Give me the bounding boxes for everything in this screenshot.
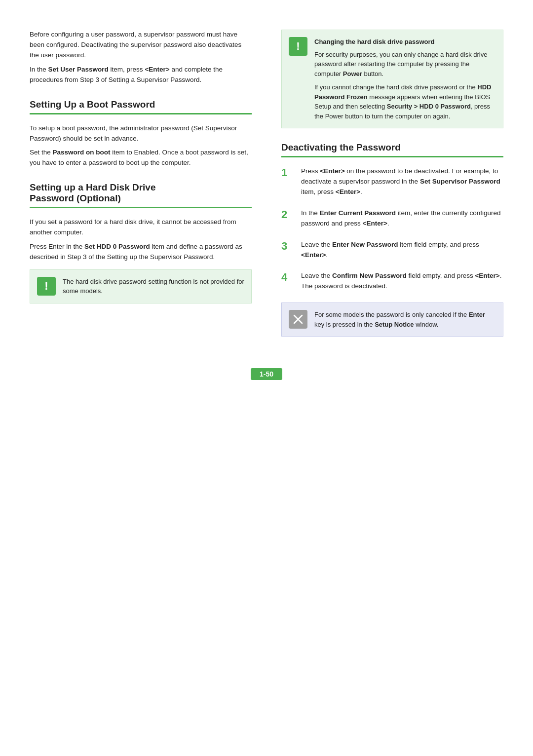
page-footer: 1-50 bbox=[30, 368, 503, 380]
step-1: 1 Press <Enter> on the password to be de… bbox=[281, 166, 503, 197]
deactivate-note-icon bbox=[289, 310, 307, 329]
deactivate-note-box: For some models the password is only can… bbox=[281, 302, 503, 337]
step-3: 3 Leave the Enter New Password item fiel… bbox=[281, 240, 503, 261]
right-column: ! Changing the hard disk drive password … bbox=[276, 30, 503, 343]
step-1-number: 1 bbox=[281, 166, 295, 179]
hdd-change-warning-icon: ! bbox=[289, 37, 307, 56]
boot-password-title: Setting Up a Boot Password bbox=[30, 99, 252, 110]
hdd-password-body-2: Press Enter in the Set HDD 0 Password it… bbox=[30, 242, 252, 263]
pencil-cross-svg bbox=[293, 314, 304, 325]
intro-para-1: Before configuring a user password, a su… bbox=[30, 30, 252, 61]
deactivate-steps: 1 Press <Enter> on the password to be de… bbox=[281, 166, 503, 292]
hdd-password-divider bbox=[30, 207, 252, 208]
hdd-password-title: Setting up a Hard Disk DrivePassword (Op… bbox=[30, 182, 252, 204]
step-4: 4 Leave the Confirm New Password field e… bbox=[281, 271, 503, 292]
hdd-change-warning-para-2: If you cannot change the hard disk drive… bbox=[314, 82, 496, 121]
step-2-number: 2 bbox=[281, 208, 295, 221]
hdd-change-warning-title: Changing the hard disk drive password bbox=[314, 37, 496, 47]
hdd-note-box: ! The hard disk drive password setting f… bbox=[30, 269, 252, 303]
hdd-password-body-1: If you set a password for a hard disk dr… bbox=[30, 217, 252, 238]
step-2-text: In the Enter Current Password item, ente… bbox=[301, 208, 503, 229]
hdd-change-warning-content: Changing the hard disk drive password Fo… bbox=[314, 37, 496, 121]
hdd-note-text: The hard disk drive password setting fun… bbox=[63, 277, 244, 296]
intro-para-2: In the Set User Password item, press <En… bbox=[30, 65, 252, 85]
boot-password-divider bbox=[30, 113, 252, 114]
step-3-text: Leave the Enter New Password item field … bbox=[301, 240, 503, 261]
step-4-number: 4 bbox=[281, 271, 295, 284]
step-2: 2 In the Enter Current Password item, en… bbox=[281, 208, 503, 229]
step-1-text: Press <Enter> on the password to be deac… bbox=[301, 166, 503, 197]
left-column: Before configuring a user password, a su… bbox=[30, 30, 257, 343]
hdd-change-warning-box: ! Changing the hard disk drive password … bbox=[281, 30, 503, 128]
deactivate-title: Deactivating the Password bbox=[281, 142, 503, 153]
step-4-text: Leave the Confirm New Password field emp… bbox=[301, 271, 503, 292]
warning-icon: ! bbox=[37, 277, 56, 296]
step-3-number: 3 bbox=[281, 240, 295, 253]
page-number: 1-50 bbox=[251, 368, 282, 380]
deactivate-note-text: For some models the password is only can… bbox=[314, 310, 496, 329]
hdd-change-warning-para-1: For security purposes, you can only chan… bbox=[314, 50, 496, 79]
deactivate-divider bbox=[281, 156, 503, 157]
boot-password-body-2: Set the Password on boot item to Enabled… bbox=[30, 148, 252, 168]
boot-password-body-1: To setup a boot password, the administra… bbox=[30, 123, 252, 144]
